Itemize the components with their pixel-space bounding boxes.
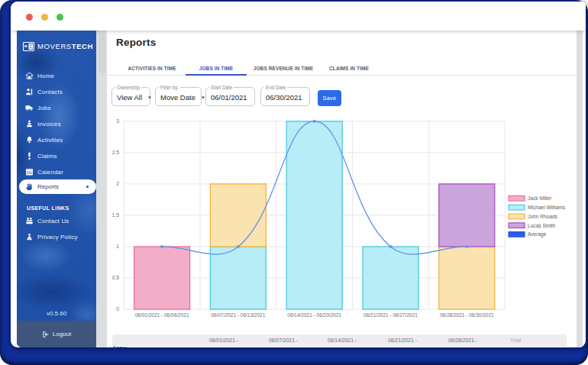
svg-text:06/21/2021 - 06/27/2021: 06/21/2021 - 06/27/2021 <box>363 312 418 318</box>
svg-text:Lucas Smith: Lucas Smith <box>528 223 556 228</box>
svg-text:2: 2 <box>116 181 119 186</box>
svg-text:1: 1 <box>116 244 119 249</box>
svg-text:06/14/2021 - 06/20/2021: 06/14/2021 - 06/20/2021 <box>287 312 341 318</box>
svg-text:06/28/2021 - 06/30/2021: 06/28/2021 - 06/30/2021 <box>440 312 494 318</box>
svg-text:3: 3 <box>116 118 119 124</box>
svg-text:06/07/2021 - 06/13/2021: 06/07/2021 - 06/13/2021 <box>211 312 265 318</box>
svg-text:Average: Average <box>528 231 547 237</box>
svg-text:1.5: 1.5 <box>112 212 119 218</box>
svg-text:06/01/2021 - 06/06/2021: 06/01/2021 - 06/06/2021 <box>135 312 189 318</box>
svg-text:Jack Miller: Jack Miller <box>528 195 552 201</box>
svg-text:Michael Williams: Michael Williams <box>528 205 566 210</box>
svg-text:0.5: 0.5 <box>112 275 119 280</box>
svg-text:2.5: 2.5 <box>112 150 119 155</box>
svg-text:0: 0 <box>116 306 119 312</box>
svg-text:John Rhoads: John Rhoads <box>528 214 558 219</box>
